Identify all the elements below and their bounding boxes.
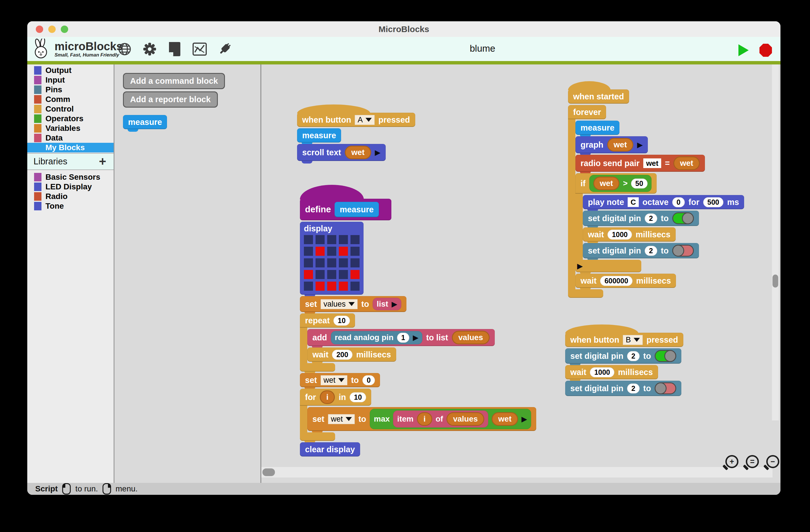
led-cell-off[interactable] <box>327 247 336 256</box>
led-cell-off[interactable] <box>327 258 336 267</box>
repeat-block-bottom[interactable] <box>300 363 335 371</box>
expand-arrow-icon[interactable]: ▶ <box>637 141 643 148</box>
pin-state-toggle[interactable] <box>655 350 676 362</box>
language-globe-icon[interactable] <box>117 42 132 56</box>
sidebar-item-operators[interactable]: Operators <box>27 114 114 123</box>
loop-count-input[interactable]: 10 <box>350 392 366 402</box>
forever-block-bottom[interactable] <box>568 289 603 298</box>
if-block-header[interactable]: if wet > 50 <box>576 173 657 194</box>
led-cell-off[interactable] <box>351 258 359 267</box>
add-reporter-block-button[interactable]: Add a reporter block <box>123 92 218 107</box>
if-block[interactable]: if wet > 50 play note C octave 0 <box>576 173 744 272</box>
pin-state-toggle[interactable] <box>655 382 676 394</box>
variable-wet-reporter[interactable]: wet <box>593 177 620 190</box>
stop-button[interactable] <box>759 44 772 57</box>
led-cell-off[interactable] <box>304 247 313 256</box>
variable-values-reporter[interactable]: values <box>447 412 484 426</box>
sidebar-item-control[interactable]: Control <box>27 104 114 114</box>
set-variable-block[interactable]: set wet to max item i of values wet ▶ <box>307 407 536 431</box>
duration-input[interactable]: 500 <box>703 197 724 207</box>
sidebar-item-pins[interactable]: Pins <box>27 85 114 95</box>
expand-arrow-icon[interactable]: ▶ <box>413 334 418 341</box>
led-cell-on[interactable] <box>315 247 325 256</box>
horizontal-scrollbar[interactable] <box>261 467 773 478</box>
led-cell-on[interactable] <box>339 247 348 256</box>
scroll-text-block[interactable]: scroll text wet ▶ <box>297 144 386 161</box>
usb-connect-icon[interactable] <box>217 42 232 56</box>
variable-wet-reporter[interactable]: wet <box>345 146 371 159</box>
library-item-tone[interactable]: Tone <box>27 201 114 211</box>
comparison-value-input[interactable]: 50 <box>631 179 648 188</box>
pin-number-input[interactable]: 2 <box>627 384 639 394</box>
sidebar-item-my-blocks[interactable]: My Blocks <box>27 143 114 152</box>
led-cell-off[interactable] <box>339 270 348 279</box>
wait-time-input[interactable]: 1000 <box>590 367 614 377</box>
pin-state-toggle[interactable] <box>672 245 694 256</box>
sidebar-item-comm[interactable]: Comm <box>27 95 114 104</box>
expand-else-arrow-icon[interactable]: ▶ <box>577 262 583 270</box>
value-input[interactable]: 0 <box>362 375 375 385</box>
forever-block-header[interactable]: forever <box>568 105 606 119</box>
when-button-hat-block[interactable]: when button B pressed <box>565 333 683 347</box>
when-started-hat-block[interactable]: when started <box>568 89 629 104</box>
forever-block[interactable]: forever measure graph wet ▶ radio send p… <box>568 105 744 298</box>
add-library-button[interactable]: + <box>99 155 106 168</box>
expand-arrow-icon[interactable]: ▶ <box>521 415 527 423</box>
expand-arrow-icon[interactable]: ▶ <box>375 149 380 156</box>
read-analog-pin-reporter[interactable]: read analog pin 1 ▶ <box>331 331 423 344</box>
greater-than-reporter[interactable]: wet > 50 <box>589 175 651 192</box>
variable-wet-reporter[interactable]: wet <box>674 156 700 170</box>
sidebar-item-variables[interactable]: Variables <box>27 123 114 133</box>
max-reporter[interactable]: max item i of values wet ▶ <box>370 409 531 429</box>
add-to-list-block[interactable]: add read analog pin 1 ▶ to list values <box>307 329 495 346</box>
led-cell-off[interactable] <box>327 270 336 279</box>
list-reporter[interactable]: list ▶ <box>373 298 401 310</box>
zoom-reset-icon[interactable]: = <box>746 455 759 468</box>
item-of-list-reporter[interactable]: item i of values <box>393 411 488 428</box>
wait-time-input[interactable]: 200 <box>332 350 353 360</box>
for-block-header[interactable]: for i in 10 <box>300 389 371 406</box>
zoom-window-button[interactable] <box>61 26 68 33</box>
set-digital-pin-block[interactable]: set digital pin 2 to <box>565 381 681 396</box>
led-cell-off[interactable] <box>315 270 325 279</box>
add-command-block-button[interactable]: Add a command block <box>123 73 225 89</box>
repeat-block[interactable]: repeat 10 add read analog pin 1 ▶ to lis… <box>300 313 495 371</box>
set-digital-pin-block[interactable]: set digital pin 2 to <box>565 348 681 364</box>
display-block[interactable]: display <box>300 222 363 295</box>
wait-time-input[interactable]: 600000 <box>600 276 632 286</box>
graph-block[interactable]: graph wet ▶ <box>576 136 648 153</box>
led-cell-off[interactable] <box>339 258 348 267</box>
radio-send-pair-block[interactable]: radio send pair wet = wet <box>576 155 705 172</box>
led-cell-on[interactable] <box>315 282 325 291</box>
wait-block[interactable]: wait 200 millisecs <box>307 348 396 362</box>
repeat-count-input[interactable]: 10 <box>334 316 350 326</box>
led-cell-on[interactable] <box>351 270 359 279</box>
variable-dropdown[interactable]: wet <box>321 375 347 385</box>
led-cell-off[interactable] <box>304 282 313 291</box>
led-cell-on[interactable] <box>327 282 336 291</box>
variable-i-reporter[interactable]: i <box>417 412 432 426</box>
vertical-scrollbar-thumb[interactable] <box>773 275 778 287</box>
wait-time-input[interactable]: 1000 <box>608 230 632 239</box>
variable-values-reporter[interactable]: values <box>452 331 490 344</box>
led-cell-on[interactable] <box>339 282 348 291</box>
note-input[interactable]: C <box>628 197 639 207</box>
wait-block[interactable]: wait 1000 millisecs <box>583 227 676 242</box>
zoom-out-icon[interactable]: − <box>766 455 779 468</box>
pin-number-input[interactable]: 2 <box>627 351 639 361</box>
variable-wet-reporter[interactable]: wet <box>607 138 634 152</box>
set-digital-pin-block[interactable]: set digital pin 2 to <box>583 243 699 258</box>
led-cell-off[interactable] <box>339 235 348 244</box>
expand-arrow-icon[interactable]: ▶ <box>392 300 397 308</box>
led-cell-off[interactable] <box>304 258 313 267</box>
for-block[interactable]: for i in 10 set wet to max item i of <box>300 389 536 441</box>
pin-number-input[interactable]: 1 <box>397 333 409 343</box>
octave-input[interactable]: 0 <box>672 197 685 207</box>
minimize-button[interactable] <box>48 26 56 33</box>
sidebar-item-data[interactable]: Data <box>27 133 114 143</box>
pin-state-toggle[interactable] <box>672 212 694 224</box>
led-cell-off[interactable] <box>351 235 359 244</box>
variable-dropdown[interactable]: wet <box>328 414 355 424</box>
variable-dropdown[interactable]: values <box>321 299 358 309</box>
clear-display-block[interactable]: clear display <box>300 442 360 456</box>
